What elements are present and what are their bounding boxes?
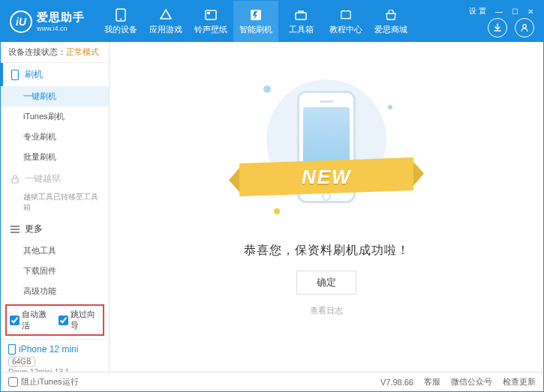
user-icon xyxy=(519,22,530,33)
nav-label: 工具箱 xyxy=(289,24,314,35)
footer: 阻止iTunes运行 V7.98.66 客服 微信公众号 检查更新 xyxy=(1,372,543,391)
support-link[interactable]: 客服 xyxy=(424,376,440,388)
wechat-link[interactable]: 微信公众号 xyxy=(451,376,492,388)
svg-rect-2 xyxy=(206,10,216,19)
phone-icon xyxy=(10,70,20,80)
nav-label: 应用游戏 xyxy=(149,24,182,35)
section-label: 更多 xyxy=(25,223,43,235)
device-status: 设备连接状态：正常模式 xyxy=(1,42,109,63)
brand-logo-icon: iU xyxy=(10,10,32,33)
success-illustration: NEW xyxy=(259,72,394,222)
checkbox-skip-guide[interactable]: 跳过向导 xyxy=(59,309,100,331)
top-nav: 我的设备 应用游戏 铃声壁纸 智能刷机 工具箱 教程中心 xyxy=(98,1,413,42)
wallpaper-icon xyxy=(204,8,218,22)
nav-toolbox[interactable]: 工具箱 xyxy=(278,1,323,42)
brand-subtitle: www.i4.cn xyxy=(37,25,85,32)
block-itunes-checkbox[interactable]: 阻止iTunes运行 xyxy=(8,376,79,388)
book-icon xyxy=(339,8,353,22)
device-storage: 64GB xyxy=(8,357,35,367)
store-icon xyxy=(384,8,398,22)
device-name: iPhone 12 mini xyxy=(8,344,101,355)
svg-point-1 xyxy=(120,18,122,19)
sidebar-item-advanced[interactable]: 高级功能 xyxy=(1,281,109,301)
svg-rect-8 xyxy=(12,178,18,183)
block-itunes-input[interactable] xyxy=(8,377,18,387)
jailbreak-note: 越狱工具已转移至工具箱 xyxy=(1,190,109,217)
success-message: 恭喜您，保资料刷机成功啦！ xyxy=(244,243,410,259)
close-button[interactable]: ✕ xyxy=(525,7,536,16)
view-log-link[interactable]: 查看日志 xyxy=(310,305,343,316)
phone-icon xyxy=(114,8,128,22)
flash-icon xyxy=(249,8,263,22)
sidebar-item-itunes-flash[interactable]: iTunes刷机 xyxy=(1,106,109,127)
sidebar-item-oneclick-flash[interactable]: 一键刷机 xyxy=(1,86,109,106)
brand-title: 爱思助手 xyxy=(37,10,85,25)
flash-options-highlight: 自动激活 跳过向导 xyxy=(5,304,104,336)
sidebar-section-jailbreak: 一键越狱 xyxy=(1,167,109,190)
toolbox-icon xyxy=(294,8,308,22)
nav-label: 铃声壁纸 xyxy=(194,24,227,35)
checkbox-label: 阻止iTunes运行 xyxy=(21,376,79,388)
svg-point-6 xyxy=(523,25,527,28)
ok-button[interactable]: 确定 xyxy=(296,271,356,295)
brand: iU 爱思助手 www.i4.cn xyxy=(1,1,94,42)
settings-button[interactable]: 设 置 xyxy=(467,5,488,17)
new-ribbon: NEW xyxy=(239,157,413,196)
sidebar: 设备连接状态：正常模式 刷机 一键刷机 iTunes刷机 专业刷机 批量刷机 一… xyxy=(1,42,110,372)
device-block[interactable]: iPhone 12 mini 64GB Down-12mini-13,1 xyxy=(1,339,109,372)
sidebar-item-batch-flash[interactable]: 批量刷机 xyxy=(1,147,109,167)
sidebar-item-other-tools[interactable]: 其他工具 xyxy=(1,241,109,261)
nav-ringtones[interactable]: 铃声壁纸 xyxy=(188,1,233,42)
nav-label: 教程中心 xyxy=(329,24,362,35)
apps-icon xyxy=(159,8,173,22)
section-label: 一键越狱 xyxy=(25,172,61,185)
checkbox-label: 跳过向导 xyxy=(71,309,100,331)
nav-store[interactable]: 爱思商城 xyxy=(368,1,413,42)
window-controls: 设 置 — ☐ ✕ xyxy=(467,5,536,17)
svg-rect-12 xyxy=(9,345,16,355)
phone-icon xyxy=(8,344,16,355)
check-update-link[interactable]: 检查更新 xyxy=(503,376,536,388)
main-content: NEW 恭喜您，保资料刷机成功啦！ 确定 查看日志 xyxy=(110,42,543,372)
more-icon xyxy=(10,224,20,235)
nav-label: 爱思商城 xyxy=(374,24,407,35)
nav-smart-flash[interactable]: 智能刷机 xyxy=(233,1,278,42)
checkbox-auto-activate[interactable]: 自动激活 xyxy=(10,309,51,331)
sidebar-section-flash[interactable]: 刷机 xyxy=(1,63,109,86)
svg-rect-5 xyxy=(296,13,306,19)
skip-guide-input[interactable] xyxy=(59,316,68,325)
account-button[interactable] xyxy=(515,18,534,37)
svg-rect-3 xyxy=(207,12,210,14)
download-icon xyxy=(492,22,503,33)
download-button[interactable] xyxy=(488,18,507,37)
nav-label: 我的设备 xyxy=(104,24,137,35)
sidebar-section-more[interactable]: 更多 xyxy=(1,217,109,241)
auto-activate-input[interactable] xyxy=(10,316,20,325)
nav-my-device[interactable]: 我的设备 xyxy=(98,1,143,42)
sidebar-item-download-firmware[interactable]: 下载固件 xyxy=(1,261,109,281)
version-label: V7.98.66 xyxy=(380,378,413,387)
app-header: iU 爱思助手 www.i4.cn 我的设备 应用游戏 铃声壁纸 智能刷机 xyxy=(1,1,543,42)
svg-rect-7 xyxy=(12,70,19,79)
status-label: 设备连接状态： xyxy=(8,47,66,56)
sidebar-item-pro-flash[interactable]: 专业刷机 xyxy=(1,127,109,147)
lock-icon xyxy=(10,174,20,184)
nav-label: 智能刷机 xyxy=(239,24,272,35)
nav-apps[interactable]: 应用游戏 xyxy=(143,1,188,42)
status-mode: 正常模式 xyxy=(66,47,99,56)
section-label: 刷机 xyxy=(25,68,43,81)
nav-tutorials[interactable]: 教程中心 xyxy=(323,1,368,42)
checkbox-label: 自动激活 xyxy=(22,309,51,331)
ribbon-text: NEW xyxy=(302,166,352,189)
minimize-button[interactable]: — xyxy=(493,7,505,16)
device-name-text: iPhone 12 mini xyxy=(19,344,78,355)
maximize-button[interactable]: ☐ xyxy=(509,7,521,16)
